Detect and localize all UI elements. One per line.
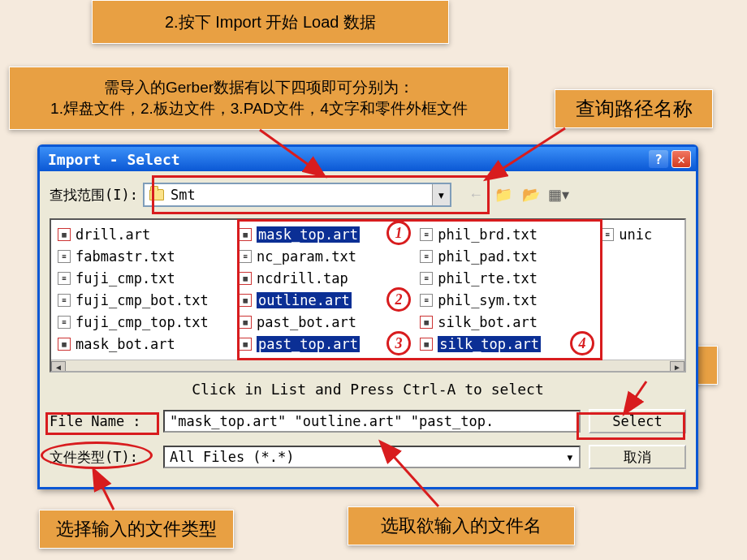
file-item[interactable]: ≡phil_sym.txt (418, 289, 599, 311)
select-button[interactable]: Select (589, 409, 686, 433)
art-file-icon: ▦ (420, 338, 433, 351)
filename-value: "mask_top.art" "outline.art" "past_top. (170, 413, 494, 429)
file-name: phil_pad.txt (438, 248, 538, 265)
lookin-label: 查找范围(I): (50, 186, 138, 205)
window-title: Import - Select (48, 151, 180, 168)
help-button[interactable]: ? (649, 150, 668, 168)
import-select-dialog: Import - Select ? ✕ 查找范围(I): Smt ▾ ← 📁 📂… (37, 144, 698, 489)
file-item[interactable]: ≡fuji_cmp.txt (56, 267, 237, 289)
annotation-step2: 2.按下 Import 开始 Load 数据 (92, 0, 449, 44)
file-name: past_bot.art (257, 314, 356, 330)
art-file-icon: ▦ (239, 272, 252, 285)
cancel-button[interactable]: 取消 (589, 445, 686, 469)
filetype-value: All Files (*.*) (170, 449, 566, 465)
circle-2: 2 (386, 287, 411, 312)
art-file-icon: ▦ (58, 338, 71, 351)
chevron-down-icon[interactable]: ▾ (432, 184, 450, 205)
filename-label: File Name : (50, 413, 155, 429)
file-item[interactable]: ▦mask_bot.art (56, 333, 237, 355)
folder-icon (149, 189, 164, 200)
annotation-text: 查询路径名称 (576, 96, 693, 122)
file-name: phil_rte.txt (438, 270, 538, 286)
chevron-down-icon[interactable]: ▾ (566, 449, 574, 465)
annotation-text: 选择输入的文件类型 (56, 517, 217, 541)
text-file-icon: ≡ (58, 272, 71, 285)
art-file-icon: ▦ (239, 316, 252, 329)
file-item[interactable]: ≡fuji_cmp_bot.txt (56, 289, 237, 311)
view-menu-icon[interactable]: ▦▾ (549, 185, 568, 205)
file-item[interactable]: ≡phil_pad.txt (418, 245, 599, 267)
text-file-icon: ≡ (420, 272, 433, 285)
file-name: phil_brd.txt (438, 226, 538, 243)
art-file-icon: ▦ (239, 294, 252, 307)
file-name: nc_param.txt (257, 248, 356, 265)
text-file-icon: ≡ (601, 228, 614, 241)
filename-input[interactable]: "mask_top.art" "outline.art" "past_top. (163, 410, 581, 433)
file-item[interactable]: ≡phil_brd.txt (418, 223, 599, 245)
back-icon[interactable]: ← (466, 185, 486, 205)
file-name: mask_top.art (257, 226, 360, 243)
file-name: mask_bot.art (76, 336, 175, 352)
art-file-icon: ▦ (239, 228, 252, 241)
text-file-icon: ≡ (58, 294, 71, 307)
select-button-label: Select (612, 413, 662, 429)
text-file-icon: ≡ (239, 250, 252, 263)
cancel-button-label: 取消 (624, 448, 651, 467)
text-file-icon: ≡ (420, 294, 433, 307)
file-name: past_top.art (257, 336, 360, 352)
annotation-text: 需导入的Gerber数据有以下四项即可分别为： 1.焊盘文件，2.板边文件，3.… (50, 77, 468, 119)
annotation-text: 选取欲输入的文件名 (381, 514, 542, 538)
titlebar: Import - Select ? ✕ (40, 147, 696, 171)
file-name: fuji_cmp.txt (76, 270, 175, 286)
file-name: silk_bot.art (438, 314, 538, 330)
horizontal-scrollbar[interactable]: ◄ ► (51, 360, 684, 373)
filetype-combo[interactable]: All Files (*.*) ▾ (163, 446, 581, 468)
file-item[interactable]: ▦ncdrill.tap (237, 267, 418, 289)
circle-3: 3 (386, 331, 411, 355)
up-folder-icon[interactable]: 📁 (494, 185, 513, 205)
annotation-filename: 选取欲输入的文件名 (348, 506, 575, 545)
lookin-value: Smt (171, 187, 432, 203)
file-item[interactable]: ▦drill.art (56, 223, 237, 245)
text-file-icon: ≡ (420, 228, 433, 241)
filetype-label: 文件类型(T): (50, 448, 155, 467)
file-name: outline.art (257, 292, 352, 308)
annotation-filetype: 选择输入的文件类型 (39, 510, 234, 549)
art-file-icon: ▦ (239, 338, 252, 351)
file-item[interactable]: ≡fuji_cmp_top.txt (56, 311, 237, 333)
file-name: ncdrill.tap (257, 270, 348, 286)
scroll-left-icon[interactable]: ◄ (51, 361, 66, 373)
file-name: fuji_cmp_bot.txt (76, 292, 209, 308)
circle-4: 4 (570, 331, 594, 355)
annotation-path: 查询路径名称 (555, 89, 713, 128)
annotation-text: 2.按下 Import 开始 Load 数据 (165, 11, 376, 33)
file-name: unic (619, 226, 652, 243)
file-name: fabmastr.txt (76, 248, 175, 265)
file-item[interactable]: ▦past_bot.art (237, 311, 418, 333)
file-item[interactable]: ≡phil_rte.txt (418, 267, 599, 289)
close-button[interactable]: ✕ (671, 150, 691, 168)
annotation-gerber: 需导入的Gerber数据有以下四项即可分别为： 1.焊盘文件，2.板边文件，3.… (9, 67, 509, 130)
file-name: silk_top.art (438, 336, 541, 352)
scroll-right-icon[interactable]: ► (670, 361, 684, 373)
file-name: fuji_cmp_top.txt (76, 314, 209, 330)
text-file-icon: ≡ (58, 316, 71, 329)
file-item[interactable]: ▦silk_bot.art (418, 311, 599, 333)
circle-1: 1 (386, 221, 411, 245)
lookin-combo[interactable]: Smt ▾ (143, 183, 451, 207)
file-item[interactable]: ≡fabmastr.txt (56, 245, 237, 267)
file-name: phil_sym.txt (438, 292, 538, 308)
new-folder-icon[interactable]: 📂 (521, 185, 541, 205)
file-item[interactable]: ≡nc_param.txt (237, 245, 418, 267)
art-file-icon: ▦ (420, 316, 433, 329)
hint-text: Click in List and Press Ctrl-A to select (50, 381, 686, 398)
text-file-icon: ≡ (58, 250, 71, 263)
file-name: drill.art (76, 226, 150, 243)
file-item[interactable]: ≡unic (599, 223, 680, 245)
text-file-icon: ≡ (420, 250, 433, 263)
art-file-icon: ▦ (58, 228, 71, 241)
